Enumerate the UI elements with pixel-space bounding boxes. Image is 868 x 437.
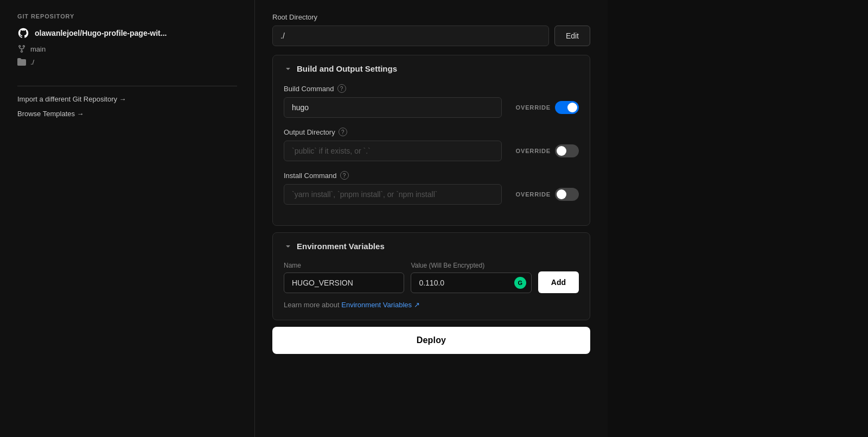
main-content: Root Directory Edit Build and Output Set… (255, 0, 608, 437)
env-value-col-label: Value (Will Be Encrypted) (411, 262, 531, 269)
repo-name: olawanlejoel/Hugo-profile-page-wit... (35, 29, 167, 37)
build-output-section: Build and Output Settings Build Command … (272, 55, 590, 226)
output-dir-label: Output Directory (284, 128, 335, 136)
build-override-wrap: OVERRIDE (508, 101, 579, 114)
install-override-wrap: OVERRIDE (508, 188, 579, 201)
chevron-down-icon (284, 65, 292, 73)
output-override-toggle[interactable] (555, 144, 579, 157)
deploy-section: Deploy (272, 327, 590, 354)
root-directory-section: Root Directory Edit (272, 13, 590, 46)
output-dir-label-row: Output Directory ? (284, 128, 579, 136)
env-name-col: Name (284, 262, 404, 293)
install-command-input-row: OVERRIDE (284, 184, 579, 205)
env-value-col: Value (Will Be Encrypted) G (411, 262, 531, 293)
build-command-group: Build Command ? OVERRIDE (284, 84, 579, 118)
env-vars-header[interactable]: Environment Variables (273, 233, 590, 259)
directory-value: ./ (30, 58, 34, 66)
folder-icon (17, 58, 26, 66)
build-output-header[interactable]: Build and Output Settings (273, 55, 590, 82)
sidebar-divider (17, 86, 237, 86)
install-toggle-track[interactable] (555, 188, 579, 201)
build-toggle-track[interactable] (555, 101, 579, 114)
dir-row: ./ (17, 58, 237, 66)
env-value-wrapper: G (411, 273, 531, 293)
install-command-label-row: Install Command ? (284, 171, 579, 180)
output-dir-input-row: OVERRIDE (284, 141, 579, 161)
env-chevron-down-icon (284, 242, 292, 251)
output-toggle-track[interactable] (555, 144, 579, 157)
output-toggle-thumb (557, 146, 566, 156)
env-name-col-label: Name (284, 262, 404, 269)
build-command-input[interactable] (284, 97, 502, 118)
install-override-label: OVERRIDE (516, 191, 551, 198)
build-output-title: Build and Output Settings (297, 64, 397, 73)
build-command-label: Build Command (284, 85, 334, 93)
build-override-toggle[interactable] (555, 101, 579, 114)
output-dir-help-icon[interactable]: ? (339, 128, 347, 136)
output-override-label: OVERRIDE (516, 148, 551, 154)
install-command-help-icon[interactable]: ? (340, 171, 349, 180)
build-command-help-icon[interactable]: ? (337, 84, 346, 93)
root-dir-label: Root Directory (272, 13, 590, 21)
build-toggle-thumb (567, 103, 577, 112)
env-vars-grid: Name Value (Will Be Encrypted) G Add (284, 262, 579, 293)
root-dir-input[interactable] (272, 26, 549, 46)
learn-more-text: Learn more about Environment Variables ↗ (284, 301, 579, 309)
deploy-button[interactable]: Deploy (272, 327, 590, 354)
env-vars-link[interactable]: Environment Variables ↗ (341, 301, 419, 309)
output-dir-input[interactable] (284, 141, 502, 161)
git-repo-label: GIT REPOSITORY (17, 13, 237, 20)
build-command-label-row: Build Command ? (284, 84, 579, 93)
branch-name: main (30, 45, 46, 53)
output-dir-group: Output Directory ? OVERRIDE (284, 128, 579, 161)
install-command-group: Install Command ? OVERRIDE (284, 171, 579, 205)
root-dir-row: Edit (272, 26, 590, 46)
build-command-input-row: OVERRIDE (284, 97, 579, 118)
edit-button[interactable]: Edit (554, 26, 590, 46)
env-value-badge: G (514, 277, 526, 289)
env-vars-body: Name Value (Will Be Encrypted) G Add (273, 259, 590, 320)
install-toggle-thumb (557, 189, 566, 199)
env-vars-title: Environment Variables (297, 242, 385, 251)
env-value-input[interactable] (411, 273, 531, 293)
learn-more-prefix: Learn more about (284, 301, 341, 309)
build-output-body: Build Command ? OVERRIDE (273, 82, 590, 225)
output-override-wrap: OVERRIDE (508, 144, 579, 157)
branch-icon (17, 45, 26, 53)
branch-row: main (17, 45, 237, 53)
right-panel (608, 0, 868, 437)
env-badge-letter: G (518, 280, 523, 286)
env-add-col: Add (538, 271, 579, 293)
env-name-input[interactable] (284, 273, 404, 293)
browse-templates-link[interactable]: Browse Templates → (17, 110, 237, 118)
import-git-link[interactable]: Import a different Git Repository → (17, 95, 237, 103)
github-icon (17, 27, 29, 39)
build-override-label: OVERRIDE (516, 104, 551, 111)
install-override-toggle[interactable] (555, 188, 579, 201)
repo-row: olawanlejoel/Hugo-profile-page-wit... (17, 27, 237, 39)
install-command-label: Install Command (284, 172, 337, 180)
sidebar: GIT REPOSITORY olawanlejoel/Hugo-profile… (0, 0, 255, 437)
install-command-input[interactable] (284, 184, 502, 205)
add-env-button[interactable]: Add (538, 271, 579, 293)
env-vars-section: Environment Variables Name Value (Will B… (272, 232, 590, 320)
